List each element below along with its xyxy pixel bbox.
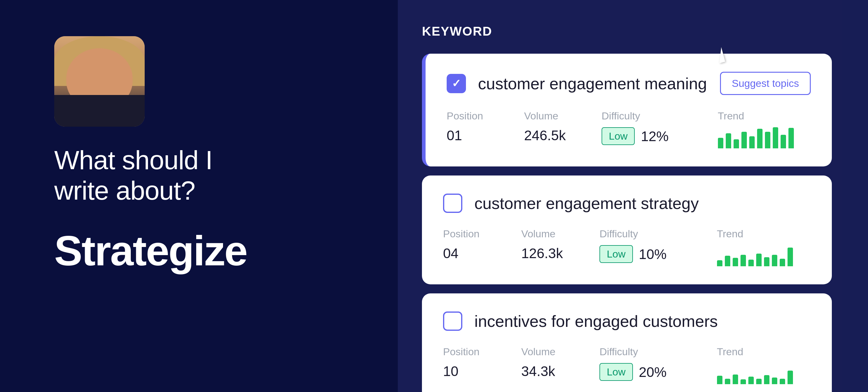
trend-stat-1: Trend	[718, 110, 811, 148]
right-panel: KEYWORD ✓ customer engagement meaning Su…	[398, 0, 868, 392]
trend-bars-3	[717, 363, 811, 384]
checkbox-3[interactable]	[443, 311, 462, 331]
difficulty-pct-1: 12%	[641, 128, 669, 145]
keyword-card-3[interactable]: incentives for engaged customers Positio…	[422, 293, 832, 392]
section-label: KEYWORD	[422, 24, 832, 39]
checkmark-icon: ✓	[452, 77, 461, 90]
difficulty-badge-2: Low	[599, 245, 632, 263]
avatar	[54, 36, 145, 127]
keyword-title-2: customer engagement strategy	[474, 194, 811, 213]
difficulty-stat-2: Difficulty Low 10%	[599, 228, 717, 263]
checkbox-2[interactable]	[443, 193, 462, 213]
suggest-topics-button[interactable]: Suggest topics	[720, 72, 811, 95]
cursor	[717, 48, 735, 72]
keyword-card-1[interactable]: ✓ customer engagement meaning Suggest to…	[422, 54, 832, 167]
keyword-title-3: incentives for engaged customers	[474, 312, 811, 330]
difficulty-badge-1: Low	[601, 127, 635, 145]
trend-stat-2: Trend	[717, 228, 811, 266]
trend-stat-3: Trend	[717, 346, 811, 384]
keyword-card-2[interactable]: customer engagement strategy Position 04…	[422, 176, 832, 284]
checkbox-1[interactable]: ✓	[447, 74, 466, 93]
difficulty-badge-3: Low	[599, 363, 632, 381]
position-stat-1: Position 01	[447, 110, 524, 144]
volume-stat-2: Volume 126.3k	[521, 228, 600, 262]
position-stat-3: Position 10	[443, 346, 521, 379]
brand-name: Strategize	[54, 230, 422, 272]
difficulty-pct-3: 20%	[639, 364, 667, 380]
question-text: What should I write about?	[54, 145, 422, 206]
difficulty-stat-3: Difficulty Low 20%	[599, 346, 717, 381]
position-stat-2: Position 04	[443, 228, 521, 262]
volume-stat-1: Volume 246.5k	[524, 110, 601, 144]
trend-bars-1	[718, 127, 811, 148]
trend-bars-2	[717, 245, 811, 266]
keyword-title-1: customer engagement meaning	[478, 74, 708, 93]
left-panel: What should I write about? Strategize	[0, 0, 422, 392]
volume-stat-3: Volume 34.3k	[521, 346, 600, 379]
difficulty-stat-1: Difficulty Low 12%	[601, 110, 718, 145]
difficulty-pct-2: 10%	[639, 246, 667, 262]
